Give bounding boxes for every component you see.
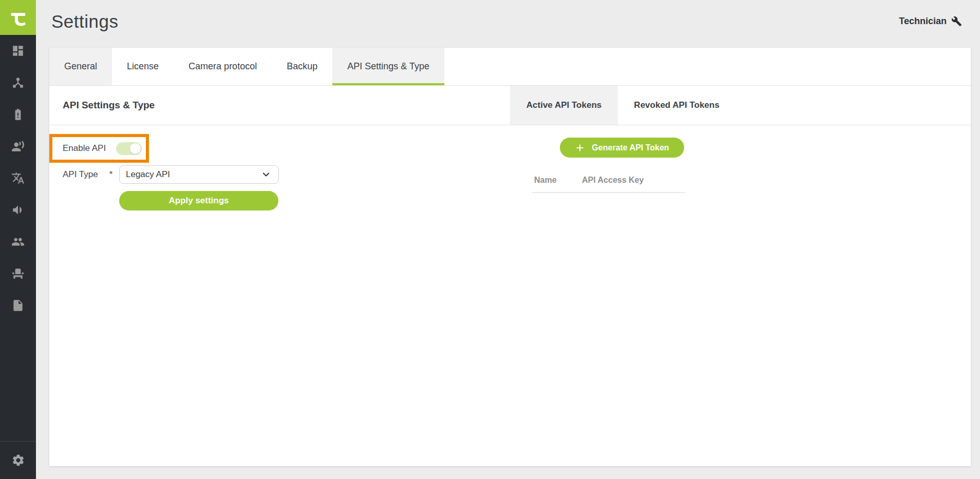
tab-api-settings-label: API Settings & Type: [347, 61, 429, 72]
file-icon: [11, 299, 25, 312]
settings-gear-icon: [11, 453, 25, 467]
sidebar-item-announcements[interactable]: [0, 130, 36, 162]
api-tokens-table: Name API Access Key: [532, 168, 685, 193]
battery-alert-icon: [11, 108, 25, 121]
section-title: API Settings & Type: [49, 100, 155, 111]
sidebar-item-devices[interactable]: [0, 67, 36, 99]
api-type-row: API Type * Legacy API: [63, 165, 330, 184]
settings-card: General License Camera protocol Backup A…: [49, 48, 971, 466]
tab-license-label: License: [127, 61, 159, 72]
api-tokens-table-header: Name API Access Key: [532, 168, 685, 193]
generate-api-token-label: Generate API Token: [592, 143, 669, 152]
api-type-value: Legacy API: [126, 169, 170, 180]
sidebar-item-battery[interactable]: [0, 99, 36, 130]
plus-icon: [575, 143, 585, 153]
section-header-row: API Settings & Type Active API Tokens Re…: [49, 86, 971, 125]
dashboard-icon: [11, 44, 25, 58]
api-type-label: API Type: [63, 169, 98, 180]
tab-revoked-api-tokens-label: Revoked API Tokens: [634, 100, 719, 110]
tab-api-settings[interactable]: API Settings & Type: [332, 48, 444, 85]
column-header-api-access-key: API Access Key: [582, 176, 644, 185]
app-logo[interactable]: [0, 0, 36, 35]
highlight-box: Enable API: [49, 134, 149, 163]
main-area: Settings Technician General License Came…: [36, 0, 980, 466]
device-hub-icon: [11, 76, 25, 89]
tab-revoked-api-tokens[interactable]: Revoked API Tokens: [618, 86, 736, 125]
chevron-down-icon: [261, 169, 271, 180]
sidebar-item-settings[interactable]: [0, 441, 36, 479]
api-settings-content: Enable API API Type * Legacy API Apply s…: [49, 125, 971, 466]
sidebar-item-users[interactable]: [0, 226, 36, 258]
sidebar-item-language[interactable]: [0, 162, 36, 194]
user-role-menu[interactable]: Technician: [899, 16, 962, 27]
wrench-icon: [951, 16, 962, 27]
tab-license[interactable]: License: [112, 48, 174, 85]
translate-icon: [11, 171, 25, 185]
enable-api-label: Enable API: [63, 143, 106, 154]
volume-icon: [11, 203, 25, 217]
tab-camera-protocol[interactable]: Camera protocol: [174, 48, 272, 85]
page-header: Settings Technician: [49, 0, 971, 48]
tab-backup-label: Backup: [287, 61, 317, 72]
seat-icon: [11, 267, 25, 280]
record-voice-over-icon: [11, 140, 25, 153]
settings-tabbar: General License Camera protocol Backup A…: [49, 48, 971, 86]
apply-settings-button[interactable]: Apply settings: [119, 191, 278, 210]
token-tabs: Active API Tokens Revoked API Tokens: [510, 86, 736, 125]
people-icon: [11, 235, 25, 248]
user-role-label: Technician: [899, 16, 947, 27]
sidebar-item-audio[interactable]: [0, 194, 36, 226]
tab-general[interactable]: General: [49, 48, 112, 85]
tab-camera-protocol-label: Camera protocol: [189, 61, 257, 72]
sidebar-item-dashboard[interactable]: [0, 35, 36, 67]
api-type-select[interactable]: Legacy API: [119, 165, 279, 184]
page-title: Settings: [51, 11, 118, 32]
logo-t-icon: [7, 6, 29, 29]
column-header-name: Name: [532, 176, 582, 185]
generate-api-token-button[interactable]: Generate API Token: [560, 138, 684, 158]
sidebar-nav: [0, 35, 36, 321]
toggle-knob: [130, 143, 141, 154]
sidebar-item-workstations[interactable]: [0, 258, 36, 290]
tab-general-label: General: [64, 61, 97, 72]
tab-active-api-tokens-label: Active API Tokens: [526, 100, 601, 110]
required-marker: *: [109, 169, 113, 180]
enable-api-toggle[interactable]: [116, 142, 142, 155]
sidebar: [0, 0, 36, 479]
tab-backup[interactable]: Backup: [272, 48, 332, 85]
tab-active-api-tokens[interactable]: Active API Tokens: [510, 86, 618, 125]
sidebar-item-reports[interactable]: [0, 290, 36, 321]
